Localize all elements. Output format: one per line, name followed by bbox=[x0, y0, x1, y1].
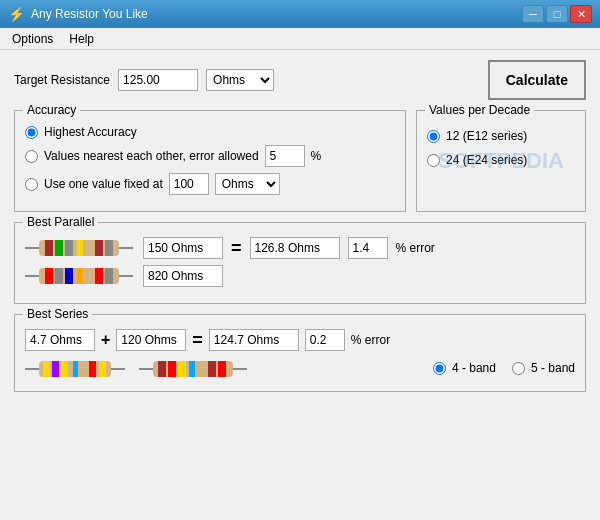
plus-sign: + bbox=[101, 331, 110, 349]
parallel-error-input[interactable] bbox=[348, 237, 388, 259]
minimize-button[interactable]: ─ bbox=[522, 5, 544, 23]
accuracy-box: Accuracy Highest Accuracy Values nearest… bbox=[14, 110, 406, 212]
series-error-unit: % error bbox=[351, 333, 390, 347]
target-row: Target Resistance Ohms kOhms MOhms Calcu… bbox=[14, 60, 586, 100]
series-result-input[interactable] bbox=[209, 329, 299, 351]
vpd-opt2-label: 24 (E24 series) bbox=[446, 153, 527, 167]
titlebar: ⚡ Any Resistor You Like ─ □ ✕ bbox=[0, 0, 600, 28]
menu-help[interactable]: Help bbox=[61, 30, 102, 48]
accuracy-opt2-input[interactable] bbox=[265, 145, 305, 167]
app-icon: ⚡ bbox=[8, 6, 25, 22]
series-error-input[interactable] bbox=[305, 329, 345, 351]
accuracy-opt3-label: Use one value fixed at bbox=[44, 177, 163, 191]
panels-row: Accuracy Highest Accuracy Values nearest… bbox=[14, 110, 586, 212]
parallel-r2-input[interactable] bbox=[143, 265, 223, 287]
accuracy-opt1-row: Highest Accuracy bbox=[25, 125, 395, 139]
band5-label: 5 - band bbox=[531, 361, 575, 375]
series-title: Best Series bbox=[23, 307, 92, 321]
accuracy-opt3-radio[interactable] bbox=[25, 178, 38, 191]
app-title: Any Resistor You Like bbox=[31, 7, 148, 21]
menubar: Options Help bbox=[0, 28, 600, 50]
accuracy-opt3-row: Use one value fixed at Ohms kOhms bbox=[25, 173, 395, 195]
accuracy-opt2-label: Values nearest each other, error allowed bbox=[44, 149, 259, 163]
vpd-opt1-radio[interactable] bbox=[427, 130, 440, 143]
calculate-button[interactable]: Calculate bbox=[488, 60, 586, 100]
parallel-row1: = % error bbox=[25, 237, 575, 259]
parallel-row2 bbox=[25, 265, 575, 287]
vpd-opt2-radio[interactable] bbox=[427, 154, 440, 167]
vpd-opt2-row: 24 (E24 series) bbox=[427, 153, 575, 167]
series-resistor1 bbox=[25, 358, 125, 380]
main-content: Target Resistance Ohms kOhms MOhms Calcu… bbox=[0, 50, 600, 412]
accuracy-opt1-label: Highest Accuracy bbox=[44, 125, 137, 139]
band5-row: 5 - band bbox=[512, 361, 575, 375]
accuracy-opt2-radio[interactable] bbox=[25, 150, 38, 163]
accuracy-title: Accuracy bbox=[23, 103, 80, 117]
series-values-row: + = % error bbox=[25, 329, 575, 351]
vpd-title: Values per Decade bbox=[425, 103, 534, 117]
target-label: Target Resistance bbox=[14, 73, 110, 87]
band5-radio[interactable] bbox=[512, 362, 525, 375]
parallel-resistor2 bbox=[25, 265, 135, 287]
series-equals: = bbox=[192, 330, 203, 351]
parallel-resistor1 bbox=[25, 237, 135, 259]
maximize-button[interactable]: □ bbox=[546, 5, 568, 23]
parallel-r1-input[interactable] bbox=[143, 237, 223, 259]
accuracy-opt2-unit: % bbox=[311, 149, 322, 163]
band4-row: 4 - band bbox=[433, 361, 496, 375]
band4-radio[interactable] bbox=[433, 362, 446, 375]
window-controls: ─ □ ✕ bbox=[522, 5, 592, 23]
vpd-opt1-label: 12 (E12 series) bbox=[446, 129, 527, 143]
parallel-title: Best Parallel bbox=[23, 215, 98, 229]
parallel-error-unit: % error bbox=[396, 241, 435, 255]
series-r2-input[interactable] bbox=[116, 329, 186, 351]
parallel-box: Best Parallel = % error bbox=[14, 222, 586, 304]
accuracy-opt2-row: Values nearest each other, error allowed… bbox=[25, 145, 395, 167]
parallel-result-input[interactable] bbox=[250, 237, 340, 259]
accuracy-opt1-radio[interactable] bbox=[25, 126, 38, 139]
accuracy-opt3-input[interactable] bbox=[169, 173, 209, 195]
close-button[interactable]: ✕ bbox=[570, 5, 592, 23]
menu-options[interactable]: Options bbox=[4, 30, 61, 48]
series-resistor2 bbox=[139, 358, 249, 380]
series-box: Best Series + = % error bbox=[14, 314, 586, 392]
accuracy-opt3-unit-select[interactable]: Ohms kOhms bbox=[215, 173, 280, 195]
series-band-row: 4 - band 5 - band bbox=[25, 357, 575, 381]
target-unit-select[interactable]: Ohms kOhms MOhms bbox=[206, 69, 274, 91]
target-input[interactable] bbox=[118, 69, 198, 91]
band-options: 4 - band 5 - band bbox=[433, 361, 575, 381]
parallel-equals: = bbox=[231, 238, 242, 259]
vpd-opt1-row: 12 (E12 series) bbox=[427, 129, 575, 143]
band4-label: 4 - band bbox=[452, 361, 496, 375]
vpd-box: Values per Decade SOFTPEDIA 12 (E12 seri… bbox=[416, 110, 586, 212]
series-r1-input[interactable] bbox=[25, 329, 95, 351]
